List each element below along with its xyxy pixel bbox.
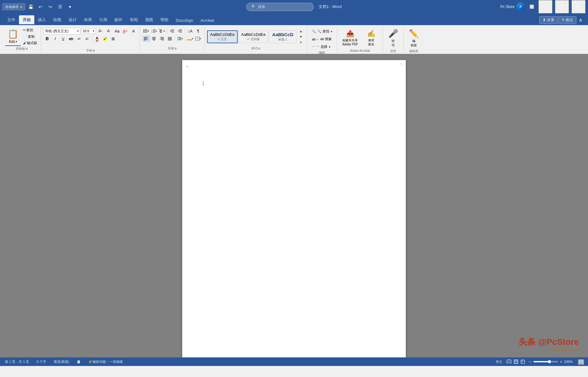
zoom-in-button[interactable]: +	[559, 359, 563, 365]
italic-button[interactable]: I	[51, 35, 59, 42]
format-painter-icon: 🖌	[23, 41, 26, 45]
web-view-button[interactable]	[520, 359, 526, 364]
undo-button[interactable]: ↩	[36, 2, 45, 11]
change-case-button[interactable]: Aa	[113, 28, 121, 34]
collapse-ribbon-button[interactable]: ∧	[577, 17, 584, 24]
format-painter-button[interactable]: 🖌 格式刷	[22, 40, 38, 46]
justify-button[interactable]	[166, 36, 174, 42]
bullet-list-button[interactable]: ▾	[142, 28, 150, 34]
share-button[interactable]: ⬆ 共享	[539, 16, 557, 24]
font-expand-icon[interactable]: ⧉	[93, 49, 95, 52]
align-right-button[interactable]	[158, 36, 166, 42]
sort-button[interactable]: ↕A	[187, 28, 194, 34]
styles-scroll-down[interactable]: ▼	[297, 34, 304, 39]
review-button[interactable]: ✎ 批注	[558, 16, 576, 24]
search-box[interactable]: 🔍 搜索	[246, 3, 314, 11]
document-area[interactable]: +	[0, 54, 588, 357]
clear-format-button[interactable]: A✕	[122, 28, 129, 34]
strikethrough-button[interactable]: ab	[67, 35, 75, 42]
focus-button[interactable]: 专注	[494, 359, 503, 365]
redo-button[interactable]: ↪	[46, 2, 55, 11]
replace-button[interactable]: ab→ ab 替换	[310, 36, 334, 42]
underline-button[interactable]: U	[59, 35, 67, 42]
dictate-button[interactable]: 🎤 听写	[386, 28, 401, 48]
numbered-list-button[interactable]: 1.2.3. ▾	[150, 28, 158, 34]
editor-button[interactable]: ✏️ 编辑器	[406, 28, 421, 48]
increase-indent-button[interactable]	[176, 28, 184, 34]
request-sign-button[interactable]: ✍ 请求签名	[362, 28, 380, 48]
menu-item-help[interactable]: 帮助	[157, 15, 172, 25]
zoom-level[interactable]: 100%	[564, 360, 573, 364]
font-size-selector[interactable]: 10.5 ▾	[81, 28, 96, 34]
paragraph-expand-icon[interactable]: ⧉	[175, 47, 176, 50]
cut-button[interactable]: ✂ 剪切	[22, 27, 38, 33]
superscript-button[interactable]: x2	[83, 35, 91, 42]
restore-button[interactable]: ❐	[555, 0, 569, 13]
find-button[interactable]: 🔍 🔍 查找 ▾	[310, 28, 334, 35]
styles-more[interactable]: ▾	[297, 40, 304, 45]
create-pdf-icon: 📤	[346, 30, 354, 38]
text-effect-button[interactable]: A	[130, 28, 137, 34]
menu-item-references[interactable]: 引用	[96, 15, 111, 25]
shading-button[interactable]: ▾	[187, 35, 194, 42]
font-shrink-button[interactable]: A-	[105, 28, 112, 34]
document-page[interactable]: +	[182, 60, 406, 357]
menu-item-insert[interactable]: 插入	[34, 15, 50, 25]
copy-button[interactable]: 📄 复制	[22, 34, 38, 40]
styles-group: AaBbCcDdEe ↵ 正文 AaBbCcDdEe ↵ 无间隔 AaBbCcD…	[205, 26, 307, 53]
menu-item-home[interactable]: 开始	[19, 15, 34, 25]
read-view-button[interactable]	[506, 359, 512, 364]
style-normal-item[interactable]: AaBbCcDdEe ↵ 正文	[207, 30, 238, 43]
close-button[interactable]: ✕	[571, 0, 586, 13]
subscript-button[interactable]: x2	[75, 35, 83, 42]
accessibility-status[interactable]: ⚡辅助功能：一切就绪	[87, 359, 124, 365]
customize-qat-button[interactable]: ▾	[66, 2, 74, 11]
style-heading1-item[interactable]: AaBbCcD 标题 1	[269, 30, 296, 43]
word-count[interactable]: 0 个字	[35, 359, 47, 365]
font-grow-button[interactable]: A+	[97, 28, 104, 34]
menu-item-design[interactable]: 设计	[65, 15, 80, 25]
menu-item-acrobat[interactable]: Acrobat	[197, 16, 218, 25]
align-left-button[interactable]	[142, 36, 150, 42]
autosave-button[interactable]: 自动保存 ●	[2, 3, 25, 10]
menu-item-mailings[interactable]: 邮件	[111, 15, 126, 25]
select-button[interactable]: ⋯ ⋯ 选择 ▾	[310, 44, 334, 50]
align-center-button[interactable]	[150, 36, 158, 42]
page-info[interactable]: 第 1 页，共 1 页	[4, 359, 30, 365]
font-name-selector[interactable]: 等线 (西文正文) ▾	[43, 28, 80, 34]
menu-item-file[interactable]: 文件	[4, 15, 19, 25]
highlight-button[interactable]: 🖍	[101, 35, 109, 42]
create-pdf-button[interactable]: 📤 创建并共享Adobe PDF	[340, 28, 361, 48]
menu-item-draw[interactable]: 绘图	[50, 15, 65, 25]
style-nospace-item[interactable]: AaBbCcDdEe ↵ 无间隔	[238, 31, 268, 43]
decrease-indent-button[interactable]	[168, 28, 176, 34]
ribbon-display-options-button[interactable]: ⬜	[527, 2, 536, 11]
save-button[interactable]: 💾	[26, 2, 35, 11]
multilevel-list-button[interactable]: ▾	[158, 28, 166, 34]
user-profile[interactable]: Pc Store P	[500, 2, 525, 11]
svg-rect-33	[161, 38, 164, 39]
language[interactable]: 英语(美国)	[52, 359, 70, 365]
line-spacing-button[interactable]: ▾	[176, 35, 184, 42]
border-button[interactable]: ⊞	[109, 35, 117, 42]
styles-expand-icon[interactable]: ⧉	[258, 47, 260, 50]
autosave-toggle-icon[interactable]: ●	[20, 4, 22, 9]
show-paragraph-button[interactable]: ¶	[194, 28, 202, 34]
proofing-icon[interactable]: 📋	[75, 359, 82, 364]
minimize-button[interactable]: ─	[538, 0, 552, 13]
menu-item-docusign[interactable]: DocuSign	[172, 16, 197, 25]
print-layout-button[interactable]	[513, 359, 519, 364]
paste-button[interactable]: 📋 粘贴▾	[5, 27, 21, 46]
clipboard-expand-icon[interactable]: ⧉	[26, 47, 28, 51]
menu-item-review[interactable]: 审阅	[126, 15, 141, 25]
touch-mode-button[interactable]: ☰	[56, 2, 64, 11]
styles-scroll-up[interactable]: ▲	[297, 29, 304, 34]
font-color-button[interactable]: A	[93, 35, 101, 42]
zoom-slider[interactable]	[533, 361, 558, 362]
zoom-out-button[interactable]: ─	[528, 359, 532, 365]
bold-button[interactable]: B	[43, 35, 51, 42]
select-icon: ⋯	[312, 45, 315, 49]
menu-item-view[interactable]: 视图	[141, 15, 157, 25]
borders-button[interactable]: ▾	[194, 35, 202, 42]
menu-item-layout[interactable]: 布局	[80, 15, 96, 25]
